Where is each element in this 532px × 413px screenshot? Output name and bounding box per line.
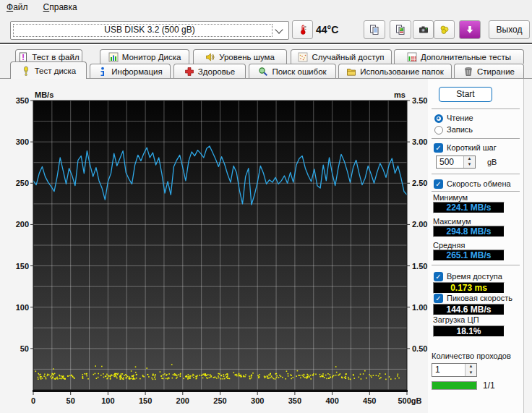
random-access-icon	[298, 52, 308, 62]
combo-focus-rect	[13, 24, 273, 37]
camera-icon	[419, 25, 429, 35]
svg-text:1.50: 1.50	[412, 262, 427, 271]
short-step-unit: gB	[487, 158, 497, 167]
short-step-stepper[interactable]: 500 ▲▼	[436, 156, 476, 169]
thermometer-icon	[298, 25, 308, 35]
tab-disk-monitor[interactable]: Монитор Диска	[100, 49, 189, 64]
start-button[interactable]: Start	[439, 87, 492, 102]
tab-additional-tests[interactable]: Дополнительные тесты	[394, 49, 524, 64]
disk-monitor-icon	[108, 52, 119, 62]
svg-text:3.50: 3.50	[412, 96, 427, 105]
stepper-down-button[interactable]: ▼	[464, 162, 475, 168]
health-cross-icon	[184, 67, 194, 77]
pass-count-label: Количество проходов	[432, 352, 511, 361]
copy-image-button[interactable]	[390, 20, 411, 39]
stepper-up-button[interactable]: ▲	[464, 156, 475, 162]
average-value: 265.1 MB/s	[433, 250, 505, 261]
menu-item-file[interactable]: Файл	[0, 0, 35, 14]
tab-information[interactable]: Информация	[90, 64, 171, 78]
grid-lines	[33, 101, 407, 390]
chevron-down-icon	[275, 25, 283, 33]
tab-health[interactable]: Здоровье	[173, 64, 246, 78]
exclamation-icon	[21, 66, 31, 76]
transfer-rate-checkbox[interactable]: ✓	[434, 179, 443, 189]
menu-bar: Файл Справка	[0, 0, 532, 14]
svg-text:450: 450	[363, 396, 376, 405]
tab-disk-test-active[interactable]: Тест диска	[10, 61, 87, 79]
toolbar-separator	[0, 43, 532, 45]
temperature-button[interactable]	[292, 20, 313, 39]
svg-text:150: 150	[139, 396, 152, 405]
tab-label: Случайный доступ	[312, 53, 384, 61]
separator	[432, 174, 520, 174]
separator	[432, 191, 520, 192]
access-time-checkbox[interactable]: ✓	[434, 272, 443, 281]
info-icon	[98, 67, 108, 77]
pass-progress-label: 1/1	[483, 381, 495, 391]
search-icon	[258, 67, 268, 77]
copy-report-button[interactable]	[364, 20, 385, 39]
svg-text:350: 350	[288, 396, 301, 405]
pass-progress-fill	[432, 382, 476, 389]
svg-text:350: 350	[16, 96, 29, 105]
download-icon	[465, 25, 475, 35]
svg-text:2.50: 2.50	[412, 179, 427, 187]
svg-text:300: 300	[251, 396, 264, 405]
temperature-label: 44°C	[316, 24, 338, 35]
exit-button[interactable]: Выход	[489, 20, 530, 39]
svg-text:50: 50	[66, 396, 75, 405]
svg-text:500gB: 500gB	[398, 396, 421, 405]
x-axis-line	[33, 390, 408, 392]
tab-label: Тест диска	[35, 67, 77, 75]
trash-icon	[463, 67, 473, 77]
tab-label: Тест в файл	[32, 53, 79, 61]
svg-text:200: 200	[16, 220, 29, 229]
svg-text:2.00: 2.00	[412, 220, 427, 229]
burst-rate-checkbox[interactable]: ✓	[434, 294, 443, 303]
maximum-value: 294.8 MB/s	[433, 226, 505, 237]
minimum-value: 224.1 MB/s	[433, 202, 505, 213]
svg-text:!: !	[22, 53, 25, 61]
svg-text:MB/s: MB/s	[35, 90, 53, 99]
menu-item-help[interactable]: Справка	[37, 0, 84, 14]
tab-erase[interactable]: Стирание	[454, 64, 524, 78]
transfer-rate-label: Скорость обмена	[447, 179, 511, 189]
pass-count-stepper[interactable]: 1 ▲▼	[432, 363, 477, 377]
donate-icon	[439, 25, 450, 35]
svg-text:50: 50	[20, 344, 29, 353]
tab-noise-level[interactable]: Уровень шума	[193, 49, 287, 64]
screenshot-button[interactable]	[413, 20, 434, 39]
svg-text:400: 400	[325, 396, 338, 405]
tab-label: Дополнительные тесты	[421, 53, 511, 61]
tab-label: Здоровье	[198, 67, 235, 76]
copy-report-icon	[369, 25, 379, 35]
svg-text:3.00: 3.00	[412, 137, 427, 146]
device-select[interactable]: USB DISK 3.2 (500 gB)	[10, 21, 289, 40]
svg-text:250: 250	[16, 179, 29, 187]
radio-read[interactable]	[434, 114, 443, 123]
tab-folder-usage[interactable]: Использование папок	[338, 64, 452, 78]
download-button[interactable]	[459, 20, 481, 39]
tab-random-access[interactable]: Случайный доступ	[291, 49, 392, 64]
stepper-down-button[interactable]: ▼	[466, 370, 476, 377]
donate-button[interactable]	[434, 20, 455, 39]
radio-write-label: Запись	[447, 125, 473, 135]
radio-write[interactable]	[434, 126, 443, 135]
tab-label: Стирание	[477, 67, 515, 76]
tab-error-scan[interactable]: Поиск ошибок	[249, 64, 336, 78]
speed-chart: 3503.503003.002502.502002.001501.501001.…	[0, 81, 434, 413]
file-test-icon: !	[18, 52, 28, 62]
svg-text:0: 0	[31, 396, 35, 405]
tab-label: Монитор Диска	[122, 53, 181, 61]
stepper-up-button[interactable]: ▲	[466, 364, 476, 370]
tab-label: Использование папок	[360, 67, 444, 76]
tab-label: Поиск ошибок	[272, 67, 326, 76]
svg-text:200: 200	[176, 396, 189, 405]
svg-text:100: 100	[16, 303, 29, 312]
short-step-checkbox[interactable]: ✓	[434, 143, 443, 153]
short-step-value: 500	[439, 157, 454, 167]
extra-tests-icon	[407, 52, 417, 62]
cpu-load-value: 18.1%	[433, 325, 505, 337]
svg-text:150: 150	[16, 262, 29, 271]
access-time-value: 0.173 ms	[433, 282, 505, 294]
